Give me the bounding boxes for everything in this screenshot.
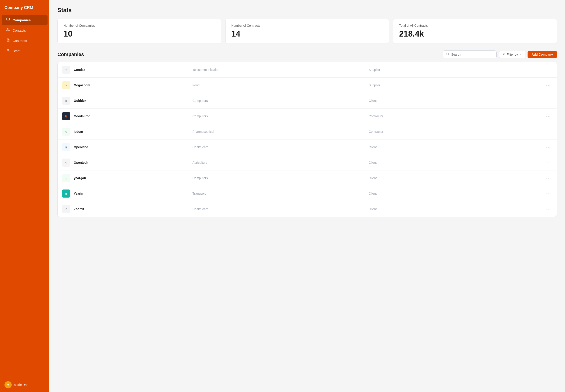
svg-point-1 xyxy=(7,28,8,30)
sidebar-label-contracts: Contracts xyxy=(13,39,27,42)
company-name: year-job xyxy=(74,176,189,180)
table-row: ⚙ Opentech Agriculture Client ··· xyxy=(58,155,557,170)
company-industry: Telecommunication xyxy=(192,68,365,71)
company-logo: ▦ xyxy=(62,190,70,197)
company-name: Openlane xyxy=(74,145,189,149)
search-box xyxy=(443,50,497,58)
company-logo: ⚙ xyxy=(62,159,70,167)
staff-icon xyxy=(6,49,10,53)
company-logo: ▦ xyxy=(62,97,70,105)
row-menu-button[interactable]: ··· xyxy=(545,98,552,104)
company-name: Opentech xyxy=(74,161,189,164)
row-menu-button[interactable]: ··· xyxy=(545,82,552,89)
company-name: Isdom xyxy=(74,130,189,133)
search-input[interactable] xyxy=(451,53,493,56)
sidebar: Company CRM Companies Contacts Contracts… xyxy=(0,0,49,392)
company-type: Supplier xyxy=(369,84,541,87)
company-name: Gogozoom xyxy=(74,84,189,87)
svg-point-4 xyxy=(7,49,9,50)
add-company-button[interactable]: Add Company xyxy=(528,51,557,58)
stat-card-companies: Number of Companies 10 xyxy=(57,19,221,44)
company-logo: Z xyxy=(62,205,70,213)
company-name: Goodsilron xyxy=(74,114,189,118)
stat-value-companies: 10 xyxy=(63,29,215,39)
sidebar-footer: M Marie Rao xyxy=(0,378,49,392)
company-type: Supplier xyxy=(369,68,541,71)
sidebar-item-companies[interactable]: Companies xyxy=(2,15,48,25)
companies-section-title: Companies xyxy=(57,52,84,57)
sidebar-label-contacts: Contacts xyxy=(13,28,26,32)
company-type: Client xyxy=(369,145,541,149)
company-industry: Health care xyxy=(192,145,365,149)
table-row: ⊕ Isdom Pharmaceutical Contractor ··· xyxy=(58,124,557,140)
sidebar-item-contracts[interactable]: Contracts xyxy=(2,36,48,45)
row-menu-button[interactable]: ··· xyxy=(545,144,552,151)
row-menu-button[interactable]: ··· xyxy=(545,206,552,212)
companies-table: ≈ Condax Telecommunication Supplier ··· … xyxy=(57,62,557,217)
company-industry: Health care xyxy=(192,207,365,211)
company-name: Condax xyxy=(74,68,189,71)
company-logo: 🦊 xyxy=(62,112,70,120)
stat-label-total: Total of All Contracts xyxy=(399,24,551,27)
row-menu-button[interactable]: ··· xyxy=(545,190,552,197)
svg-rect-0 xyxy=(6,18,9,20)
stat-card-total: Total of All Contracts 218.4k xyxy=(393,19,557,44)
sidebar-label-companies: Companies xyxy=(13,18,31,22)
company-type: Contractor xyxy=(369,114,541,118)
table-row: ▦ Golddex Computers Client ··· xyxy=(58,93,557,109)
main-content: Stats Number of Companies 10 Number of C… xyxy=(49,0,565,392)
section-controls: Filter by Add Company xyxy=(443,50,557,58)
contracts-icon xyxy=(6,38,10,43)
company-name: Zoomit xyxy=(74,207,189,211)
company-logo: ≈ xyxy=(62,66,70,74)
user-name: Marie Rao xyxy=(14,383,28,387)
stat-card-contracts: Number of Contracts 14 xyxy=(225,19,389,44)
companies-icon xyxy=(6,18,10,22)
sidebar-nav: Companies Contacts Contracts Staff xyxy=(0,14,49,378)
table-row: ≈ Condax Telecommunication Supplier ··· xyxy=(58,62,557,78)
company-industry: Computers xyxy=(192,176,365,180)
company-logo: yj xyxy=(62,174,70,182)
sidebar-item-contacts[interactable]: Contacts xyxy=(2,25,48,35)
sidebar-item-staff[interactable]: Staff xyxy=(2,46,48,56)
table-row: ▦ Yearin Transport Client ··· xyxy=(58,186,557,201)
table-row: Z Zoomit Health care Client ··· xyxy=(58,201,557,217)
filter-button[interactable]: Filter by xyxy=(499,51,525,58)
page-title: Stats xyxy=(57,7,557,14)
company-name: Yearin xyxy=(74,192,189,195)
company-type: Client xyxy=(369,176,541,180)
company-type: Client xyxy=(369,207,541,211)
svg-point-5 xyxy=(447,53,449,55)
company-industry: Food xyxy=(192,84,365,87)
row-menu-button[interactable]: ··· xyxy=(545,67,552,73)
company-type: Client xyxy=(369,192,541,195)
row-menu-button[interactable]: ··· xyxy=(545,128,552,135)
company-type: Contractor xyxy=(369,130,541,133)
company-logo: ▣ xyxy=(62,143,70,151)
table-row: 🦊 Goodsilron Computers Contractor ··· xyxy=(58,109,557,124)
company-industry: Pharmaceutical xyxy=(192,130,365,133)
stats-row: Number of Companies 10 Number of Contrac… xyxy=(57,19,557,44)
company-industry: Computers xyxy=(192,114,365,118)
table-row: yj year-job Computers Client ··· xyxy=(58,170,557,186)
filter-label: Filter by xyxy=(507,53,518,56)
row-menu-button[interactable]: ··· xyxy=(545,175,552,182)
row-menu-button[interactable]: ··· xyxy=(545,159,552,166)
svg-line-6 xyxy=(448,55,449,56)
table-row: ✕ Gogozoom Food Supplier ··· xyxy=(58,78,557,93)
stat-label-companies: Number of Companies xyxy=(63,24,215,27)
stat-label-contracts: Number of Contracts xyxy=(231,24,383,27)
company-type: Client xyxy=(369,161,541,164)
company-industry: Transport xyxy=(192,192,365,195)
app-title: Company CRM xyxy=(0,0,49,14)
stat-value-contracts: 14 xyxy=(231,29,383,39)
avatar: M xyxy=(4,381,12,388)
sidebar-label-staff: Staff xyxy=(13,49,19,53)
table-row: ▣ Openlane Health care Client ··· xyxy=(58,140,557,155)
contacts-icon xyxy=(6,28,10,32)
company-logo: ✕ xyxy=(62,81,70,89)
company-logo: ⊕ xyxy=(62,128,70,136)
row-menu-button[interactable]: ··· xyxy=(545,113,552,120)
section-header: Companies Filter by Add Company xyxy=(57,50,557,58)
search-icon xyxy=(446,53,449,56)
